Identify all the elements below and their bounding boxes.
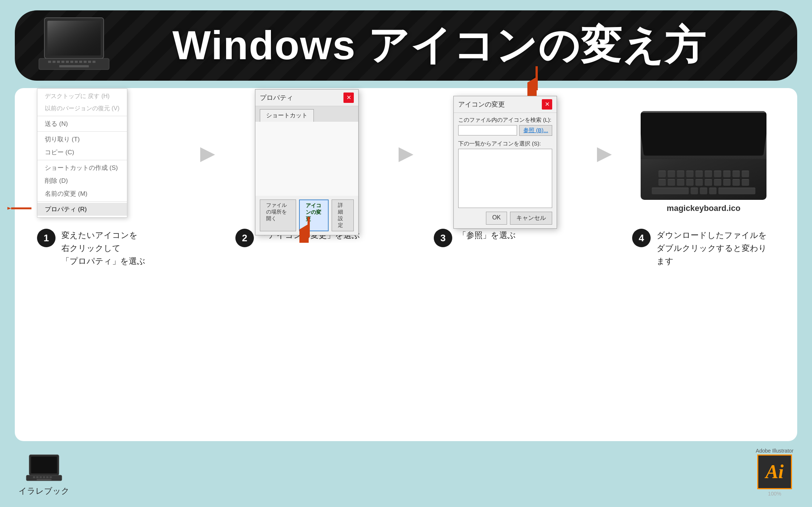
svg-rect-30: [40, 476, 42, 478]
menu-divider-4: [37, 201, 127, 202]
svg-rect-3: [39, 58, 109, 70]
icon-change-dialog: アイコンの変更 ✕ このファイル内のアイコンを検索 (L): 参照 (B)...: [453, 96, 557, 229]
ai-badge-section: Adobe Illustrator Ai 100%: [756, 448, 793, 497]
brand-section: イラレブック: [19, 453, 70, 497]
icon-list-label: 下の一覧からアイコンを選択 (S):: [454, 138, 557, 149]
svg-rect-7: [61, 61, 64, 63]
svg-rect-26: [31, 457, 57, 473]
title-text: Windows アイコンの変え方: [172, 22, 706, 68]
dialog-tabs: ショートカット: [255, 106, 358, 122]
main-content: デスクトップに 戻す (H) 以前のバージョンの復元 (V) 送る (N) 切り…: [15, 88, 797, 441]
svg-rect-32: [46, 476, 48, 478]
menu-divider-3: [37, 160, 127, 160]
step2-number: 2: [235, 229, 254, 247]
svg-rect-15: [59, 65, 89, 67]
step4-text: ダウンロードしたファイルをダブルクリックすると変わります: [657, 229, 775, 268]
icon-dialog-footer: OK キャンセル: [454, 208, 557, 228]
dialog-titlebar: プロパティ ✕: [255, 90, 358, 106]
arrow-1-2: [195, 107, 221, 166]
advanced-btn[interactable]: 詳細設定: [332, 199, 354, 231]
dialog-title-text: プロパティ: [260, 93, 293, 102]
svg-rect-34: [37, 479, 51, 480]
arrow-2-3: [393, 107, 419, 166]
keyboard-display: magickeyboard.ico: [641, 111, 766, 213]
tab-shortcut[interactable]: ショートカット: [260, 109, 314, 122]
step2-visual: プロパティ ✕ ショートカット ファイルの場所を開く: [235, 107, 378, 218]
svg-rect-13: [88, 61, 91, 63]
icon-ok-btn[interactable]: OK: [486, 212, 507, 225]
svg-rect-9: [70, 61, 73, 63]
svg-rect-8: [66, 61, 69, 63]
svg-marker-18: [200, 147, 215, 162]
icon-browse-btn[interactable]: 参照 (B)...: [519, 125, 552, 136]
icon-search-label: このファイル内のアイコンを検索 (L):: [458, 117, 552, 124]
svg-rect-29: [36, 476, 38, 478]
step3-desc: 3 「参照」を選ぶ: [434, 229, 577, 247]
brand-name: イラレブック: [19, 486, 70, 497]
dialog-body: [255, 122, 358, 196]
menu-item-4: 切り取り (T): [37, 133, 127, 146]
brand-laptop-img: [26, 453, 63, 483]
app-name-label: Adobe Illustrator: [756, 448, 793, 454]
header-laptop-image: [37, 14, 111, 77]
red-arrow-indicator: [7, 202, 33, 215]
menu-item-2: 以前のバージョンの復元 (V): [37, 103, 127, 115]
icon-search-section: このファイル内のアイコンを検索 (L): 参照 (B)...: [454, 113, 557, 138]
step3-visual: アイコンの変更 ✕ このファイル内のアイコンを検索 (L): 参照 (B)...: [434, 107, 577, 218]
icon-search-input-row: 参照 (B)...: [458, 125, 552, 136]
properties-dialog: プロパティ ✕ ショートカット ファイルの場所を開く: [255, 89, 359, 235]
svg-rect-4: [48, 61, 51, 63]
step-3: アイコンの変更 ✕ このファイル内のアイコンを検索 (L): 参照 (B)...: [434, 107, 577, 247]
step-2: プロパティ ✕ ショートカット ファイルの場所を開く: [235, 107, 378, 247]
ai-badge-text: Ai: [765, 462, 784, 481]
icon-dialog-close-btn[interactable]: ✕: [542, 99, 552, 110]
menu-item-7: 削除 (D): [37, 174, 127, 187]
menu-item-6: ショートカットの作成 (S): [37, 161, 127, 174]
down-arrow-step2: [299, 217, 318, 243]
step1-visual: デスクトップに 戻す (H) 以前のバージョンの復元 (V) 送る (N) 切り…: [37, 107, 180, 218]
icon-cancel-btn[interactable]: キャンセル: [510, 212, 552, 225]
svg-rect-31: [43, 476, 45, 478]
svg-rect-2: [47, 21, 101, 56]
menu-item-8: 名前の変更 (M): [37, 187, 127, 200]
filename-label: magickeyboard.ico: [667, 204, 740, 213]
svg-rect-12: [84, 61, 87, 63]
step4-desc: 4 ダウンロードしたファイルをダブルクリックすると変わります: [632, 229, 775, 268]
context-menu: デスクトップに 戻す (H) 以前のバージョンの復元 (V) 送る (N) 切り…: [37, 88, 127, 218]
page-wrapper: Windows アイコンの変え方 デスクトップに 戻す (H) 以前のバージョン…: [0, 0, 812, 507]
menu-item-properties: プロパティ (R): [37, 203, 127, 216]
menu-item-3: 送る (N): [37, 117, 127, 130]
icon-list-area: [458, 149, 552, 208]
svg-rect-6: [57, 61, 60, 63]
keyboard-img: [641, 111, 766, 200]
dialog-close-btn[interactable]: ✕: [343, 93, 354, 103]
menu-item-1: デスクトップに 戻す (H): [37, 90, 127, 103]
arrow-3-4: [591, 107, 617, 166]
step1-desc: 1 変えたいアイコンを右クリックして「プロパティ」を選ぶ: [37, 229, 180, 268]
menu-divider-2: [37, 131, 127, 132]
step-4: magickeyboard.ico 4 ダウンロードしたファイルをダブルクリック…: [632, 107, 775, 268]
svg-rect-10: [75, 61, 78, 63]
step4-number: 4: [632, 229, 651, 247]
open-location-btn[interactable]: ファイルの場所を開く: [260, 199, 296, 231]
zoom-level: 100%: [768, 491, 781, 497]
step4-visual: magickeyboard.ico: [632, 107, 775, 218]
svg-rect-28: [33, 476, 35, 478]
svg-rect-11: [79, 61, 82, 63]
icon-dialog-title-text: アイコンの変更: [458, 100, 505, 109]
step3-number: 3: [434, 229, 452, 247]
header-title: Windows アイコンの変え方: [106, 18, 706, 73]
menu-divider-1: [37, 116, 127, 116]
svg-rect-5: [53, 61, 56, 63]
svg-marker-21: [399, 147, 413, 162]
step3-text: 「参照」を選ぶ: [458, 229, 516, 242]
svg-rect-14: [93, 61, 95, 63]
bottom-bar: イラレブック Adobe Illustrator Ai 100%: [15, 449, 797, 497]
ai-badge-box: Ai: [757, 454, 792, 489]
step1-text: 変えたいアイコンを右クリックして「プロパティ」を選ぶ: [61, 229, 145, 268]
step-1: デスクトップに 戻す (H) 以前のバージョンの復元 (V) 送る (N) 切り…: [37, 107, 180, 268]
step1-number: 1: [37, 229, 56, 247]
menu-item-5: コピー (C): [37, 146, 127, 159]
header-banner: Windows アイコンの変え方: [15, 10, 797, 81]
icon-search-input[interactable]: [458, 125, 517, 135]
